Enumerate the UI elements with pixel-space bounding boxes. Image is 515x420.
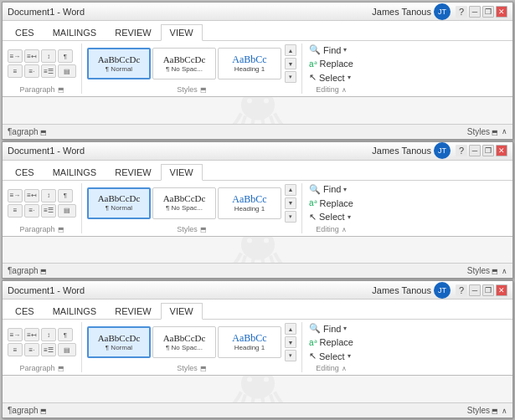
style-item-2[interactable]: AaBbCcHeading 1	[218, 48, 281, 79]
style-item-0[interactable]: AaBbCcDc¶ Normal	[87, 187, 151, 219]
style-item-0[interactable]: AaBbCcDc¶ Normal	[87, 48, 151, 79]
style-sample: AaBbCcDc	[163, 194, 206, 203]
avatar: JT	[434, 3, 451, 20]
style-item-1[interactable]: AaBbCcDc¶ No Spac...	[152, 326, 216, 358]
editing-collapse-icon[interactable]: ∧	[342, 86, 347, 94]
styles-scroll-down[interactable]: ▼	[285, 336, 296, 348]
tab-view[interactable]: VIEW	[161, 24, 203, 41]
sort-btn[interactable]: ↕	[41, 189, 56, 202]
window-title: Document1 - Word	[8, 146, 85, 156]
styles-expand-icon[interactable]: ⬒	[200, 86, 207, 94]
select-button[interactable]: ↖Select▾	[307, 211, 353, 223]
replace-button[interactable]: aᵃReplace	[307, 197, 355, 209]
indent-left-btn[interactable]: ≡↤	[24, 328, 39, 341]
help-button[interactable]: ?	[456, 284, 467, 296]
sort-btn[interactable]: ↕	[41, 49, 56, 63]
paragraph-btn[interactable]: ¶	[58, 328, 73, 341]
styles-scroll-up[interactable]: ▲	[285, 323, 296, 335]
list-btn[interactable]: ≡	[8, 343, 23, 356]
tab-mailings[interactable]: MAILINGS	[44, 24, 106, 40]
styles-scroll-up[interactable]: ▲	[285, 184, 296, 196]
paragraph-btn[interactable]: ¶	[58, 49, 73, 63]
tab-review[interactable]: REVIEW	[106, 164, 160, 180]
multilevel-btn[interactable]: ≡☰	[41, 204, 56, 218]
minimize-button[interactable]: ─	[469, 6, 481, 18]
indent-right-btn[interactable]: ≡→	[8, 189, 23, 202]
status-collapse-icon[interactable]: ∧	[502, 267, 507, 275]
bullet-btn[interactable]: ≡·	[24, 204, 39, 218]
indent-left-btn[interactable]: ≡↤	[24, 49, 39, 63]
tab-view[interactable]: VIEW	[161, 164, 203, 181]
tab-view[interactable]: VIEW	[161, 303, 203, 320]
border-btn[interactable]: ▤	[58, 64, 76, 78]
styles-expand-icon[interactable]: ⬒	[200, 226, 207, 233]
status-collapse-icon[interactable]: ∧	[502, 407, 507, 415]
border-btn[interactable]: ▤	[58, 343, 76, 356]
editing-collapse-icon[interactable]: ∧	[342, 365, 347, 372]
styles-scroll-down[interactable]: ▼	[285, 58, 296, 69]
find-button[interactable]: 🔍Find▾	[307, 183, 348, 196]
paragraph-expand-icon[interactable]: ⬒	[58, 365, 64, 372]
style-item-1[interactable]: AaBbCcDc¶ No Spac...	[152, 48, 216, 79]
styles-more[interactable]: ▾	[285, 350, 296, 361]
multilevel-btn[interactable]: ≡☰	[41, 64, 56, 78]
paragraph-expand-icon[interactable]: ⬒	[58, 86, 64, 94]
minimize-button[interactable]: ─	[469, 145, 481, 156]
tab-ces[interactable]: CES	[6, 24, 44, 40]
paragraph-btn[interactable]: ¶	[58, 189, 73, 202]
replace-button[interactable]: aᵃReplace	[307, 58, 355, 69]
close-button[interactable]: ✕	[496, 6, 507, 18]
minimize-button[interactable]: ─	[469, 284, 481, 296]
restore-button[interactable]: ❐	[482, 145, 494, 156]
style-item-2[interactable]: AaBbCcHeading 1	[218, 187, 281, 219]
tab-ces[interactable]: CES	[6, 303, 44, 319]
svg-point-7	[247, 377, 252, 382]
find-button[interactable]: 🔍Find▾	[307, 322, 348, 335]
select-button[interactable]: ↖Select▾	[307, 71, 353, 84]
bullet-btn[interactable]: ≡·	[24, 343, 39, 356]
styles-scroll-up[interactable]: ▲	[285, 44, 296, 56]
status-styles-expand-icon[interactable]: ⬒	[492, 407, 498, 415]
styles-scroll-down[interactable]: ▼	[285, 197, 296, 209]
restore-button[interactable]: ❐	[482, 6, 494, 18]
editing-collapse-icon[interactable]: ∧	[342, 226, 347, 233]
styles-expand-icon[interactable]: ⬒	[200, 365, 207, 372]
status-styles-expand-icon[interactable]: ⬒	[492, 129, 498, 136]
restore-button[interactable]: ❐	[482, 284, 494, 296]
paragraph-expand-icon[interactable]: ⬒	[58, 226, 64, 233]
status-collapse-icon[interactable]: ∧	[502, 127, 507, 136]
list-btn[interactable]: ≡	[8, 64, 23, 78]
tab-review[interactable]: REVIEW	[106, 24, 160, 40]
style-item-2[interactable]: AaBbCcHeading 1	[218, 326, 281, 358]
style-item-0[interactable]: AaBbCcDc¶ Normal	[87, 326, 151, 358]
styles-more[interactable]: ▾	[285, 211, 296, 223]
find-button[interactable]: 🔍Find▾	[307, 44, 348, 56]
close-button[interactable]: ✕	[496, 284, 507, 296]
tab-mailings[interactable]: MAILINGS	[44, 164, 106, 180]
list-btn[interactable]: ≡	[8, 204, 23, 218]
status-styles-expand-icon[interactable]: ⬒	[492, 268, 498, 275]
border-btn[interactable]: ▤	[58, 204, 76, 218]
bullet-btn[interactable]: ≡·	[24, 64, 39, 78]
indent-left-btn[interactable]: ≡↤	[24, 189, 39, 202]
tab-mailings[interactable]: MAILINGS	[44, 303, 106, 319]
help-button[interactable]: ?	[456, 145, 467, 156]
tab-review[interactable]: REVIEW	[106, 303, 160, 319]
select-arrow: ▾	[348, 213, 351, 221]
status-expand-icon[interactable]: ⬒	[40, 129, 47, 136]
multilevel-btn[interactable]: ≡☰	[41, 343, 56, 356]
tab-ces[interactable]: CES	[6, 164, 44, 180]
style-label: Heading 1	[234, 344, 265, 351]
ribbon-tabs: CESMAILINGSREVIEWVIEW	[3, 21, 512, 41]
sort-btn[interactable]: ↕	[41, 328, 56, 341]
status-expand-icon[interactable]: ⬒	[40, 407, 47, 415]
indent-right-btn[interactable]: ≡→	[8, 49, 23, 63]
replace-button[interactable]: aᵃReplace	[307, 336, 355, 348]
help-button[interactable]: ?	[456, 6, 467, 18]
select-button[interactable]: ↖Select▾	[307, 350, 353, 362]
styles-more[interactable]: ▾	[285, 71, 296, 83]
indent-right-btn[interactable]: ≡→	[8, 328, 23, 341]
status-expand-icon[interactable]: ⬒	[40, 268, 47, 275]
close-button[interactable]: ✕	[496, 145, 507, 156]
style-item-1[interactable]: AaBbCcDc¶ No Spac...	[152, 187, 216, 219]
